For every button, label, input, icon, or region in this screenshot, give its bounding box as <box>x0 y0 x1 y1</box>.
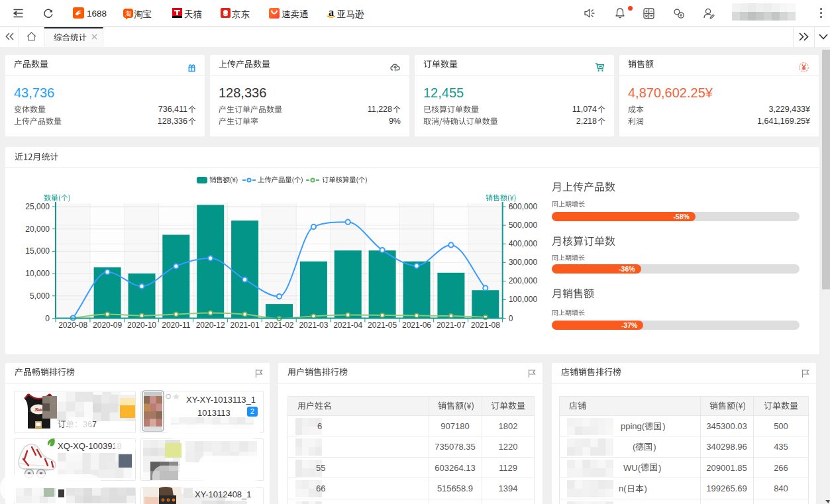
svg-text:2021-01: 2021-01 <box>231 321 260 330</box>
svg-text:2020-10: 2020-10 <box>127 321 156 330</box>
svg-text:15,000: 15,000 <box>25 246 50 256</box>
svg-text:300,000: 300,000 <box>509 258 538 267</box>
svg-text:100,000: 100,000 <box>509 295 538 304</box>
svg-text:600,000: 600,000 <box>509 202 538 211</box>
svg-text:20,000: 20,000 <box>25 225 50 234</box>
svg-text:500,000: 500,000 <box>509 221 538 230</box>
svg-text:0: 0 <box>45 314 50 323</box>
svg-text:2020-12: 2020-12 <box>196 321 225 330</box>
svg-text:a: a <box>329 7 334 18</box>
svg-text:0: 0 <box>509 314 513 323</box>
svg-text:2020-08: 2020-08 <box>58 321 87 330</box>
svg-text:2021-08: 2021-08 <box>471 321 500 330</box>
svg-text:5,000: 5,000 <box>30 291 50 301</box>
svg-text:2020-09: 2020-09 <box>93 321 122 330</box>
svg-text:2021-06: 2021-06 <box>402 321 431 330</box>
svg-text:2021-02: 2021-02 <box>264 321 293 330</box>
svg-text:10,000: 10,000 <box>25 269 50 278</box>
svg-text:200,000: 200,000 <box>509 276 538 285</box>
svg-text:400,000: 400,000 <box>509 239 538 248</box>
svg-text:2021-05: 2021-05 <box>368 321 397 330</box>
svg-text:2021-03: 2021-03 <box>299 321 328 330</box>
svg-text:2021-07: 2021-07 <box>437 321 466 330</box>
svg-text:2020-11: 2020-11 <box>162 321 190 330</box>
svg-text:2021-04: 2021-04 <box>333 321 362 330</box>
svg-text:25,000: 25,000 <box>25 202 50 211</box>
svg-text:Sw: Sw <box>34 407 42 413</box>
